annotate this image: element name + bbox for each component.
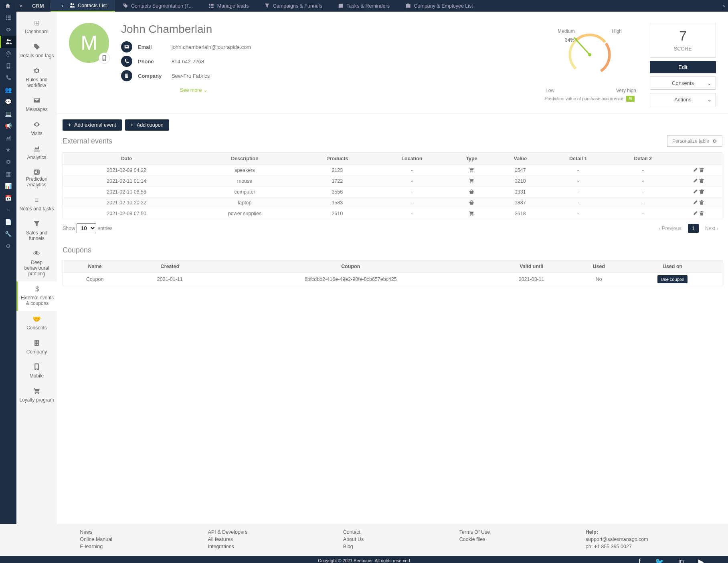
rail-item[interactable] xyxy=(0,24,16,36)
actions-dropdown[interactable]: Actions⌄ xyxy=(650,93,716,106)
col-header: Coupon xyxy=(213,260,488,273)
trash-icon[interactable] xyxy=(699,189,704,194)
footer-link[interactable]: Cookie files xyxy=(459,537,490,542)
consents-dropdown[interactable]: Consents⌄ xyxy=(650,77,716,90)
sidebar-item-details[interactable]: Details and tags xyxy=(16,39,57,63)
footer-link[interactable]: All features xyxy=(208,537,248,542)
sidebar-item-loyalty[interactable]: Loyalty program xyxy=(16,383,57,408)
sidebar-item-dashboard[interactable]: ⊞Dashboard xyxy=(16,15,57,39)
tab-contacts-list[interactable]: ‹ Contacts List xyxy=(51,0,115,12)
sidebar-item-prediction[interactable]: AIPrediction Analytics xyxy=(16,165,57,192)
tab-segmentation[interactable]: Contacts Segmentation (T... xyxy=(115,0,201,12)
rail-item[interactable]: @ xyxy=(0,48,16,60)
sidebar-item-mobile[interactable]: Mobile xyxy=(16,359,57,383)
col-header: Location xyxy=(375,153,449,165)
sidebar-item-analytics[interactable]: Analytics xyxy=(16,141,57,165)
sidebar-item-notes[interactable]: ≡Notes and tasks xyxy=(16,192,57,216)
footer-link[interactable]: Online Manual xyxy=(80,537,112,542)
edit-icon[interactable] xyxy=(693,178,698,184)
edit-icon[interactable] xyxy=(693,167,698,173)
edit-icon[interactable] xyxy=(693,200,698,205)
rail-item[interactable] xyxy=(0,132,16,144)
funnel-icon xyxy=(265,3,270,8)
rail-item[interactable]: 👥 xyxy=(0,84,16,96)
footer-link[interactable]: Blog xyxy=(343,544,364,549)
sidebar-item-rules[interactable]: Rules and workflow xyxy=(16,63,57,93)
rail-item[interactable]: 📢 xyxy=(0,120,16,132)
sidebar-item-label: Details and tags xyxy=(19,53,54,59)
add-coupon-button[interactable]: +Add coupon xyxy=(125,119,169,131)
col-header: Created xyxy=(127,260,213,273)
coupons-heading: Coupons xyxy=(63,246,722,254)
tab-tasks[interactable]: Tasks & Reminders xyxy=(330,0,398,12)
footer-link[interactable]: E-learning xyxy=(80,544,112,549)
scroll-right-icon[interactable]: › xyxy=(720,3,728,9)
expand-icon[interactable]: » xyxy=(16,3,26,9)
col-header: Products xyxy=(299,153,375,165)
footer-link[interactable]: Integrations xyxy=(208,544,248,549)
trash-icon[interactable] xyxy=(699,167,704,173)
tab-label: Manage leads xyxy=(217,3,249,9)
footer-link[interactable]: About Us xyxy=(343,537,364,542)
rail-item[interactable]: ★ xyxy=(0,144,16,156)
rail-item[interactable]: ≡ xyxy=(0,204,16,216)
list-icon xyxy=(209,3,214,8)
back-icon[interactable]: ‹ xyxy=(59,3,67,8)
ai-badge: AI xyxy=(626,96,635,102)
sidebar-item-visits[interactable]: Visits xyxy=(16,117,57,141)
cart-icon xyxy=(469,178,474,184)
linkedin-icon[interactable]: in xyxy=(678,557,684,563)
rail-item[interactable] xyxy=(0,12,16,24)
footer-link[interactable]: News xyxy=(80,529,112,535)
trash-icon[interactable] xyxy=(699,178,704,184)
rail-item[interactable]: 📅 xyxy=(0,192,16,204)
topbar: » CRM ‹ Contacts List Contacts Segmentat… xyxy=(0,0,728,12)
rail-item[interactable]: 💻 xyxy=(0,108,16,120)
footer-link[interactable]: API & Developers xyxy=(208,529,248,535)
sidebar-item-sales[interactable]: Sales and funnels xyxy=(16,216,57,246)
cart-icon xyxy=(469,167,474,173)
twitter-icon[interactable]: 🐦 xyxy=(655,557,664,563)
use-coupon-button[interactable]: Use coupon xyxy=(657,275,688,283)
page-size-select[interactable]: 10 xyxy=(77,223,96,233)
gauge-medium: Medium xyxy=(558,28,575,34)
next-page[interactable]: Next › xyxy=(701,224,722,233)
footer-link[interactable]: Terms Of Use xyxy=(459,529,490,535)
sidebar-item-profiling[interactable]: 👁Deep behavioural profiling xyxy=(16,246,57,281)
rail-item[interactable]: 📄 xyxy=(0,216,16,228)
tab-label: Campaigns & Funnels xyxy=(273,3,322,9)
rail-item[interactable] xyxy=(0,72,16,84)
home-icon[interactable] xyxy=(0,3,16,9)
rail-item[interactable] xyxy=(0,156,16,168)
sidebar: ⊞Dashboard Details and tags Rules and wo… xyxy=(16,12,57,524)
footer-link[interactable]: Contact xyxy=(343,529,364,535)
tab-manage-leads[interactable]: Manage leads xyxy=(201,0,257,12)
trash-icon[interactable] xyxy=(699,200,704,205)
facebook-icon[interactable]: f xyxy=(639,557,641,563)
sidebar-item-company[interactable]: Company xyxy=(16,335,57,359)
help-email[interactable]: support@salesmanago.com xyxy=(586,537,648,542)
rail-item[interactable]: ⚙ xyxy=(0,240,16,252)
edit-icon[interactable] xyxy=(693,189,698,194)
trash-icon[interactable] xyxy=(699,211,704,216)
main-content: M John Chamberlain Email john.chamberlai… xyxy=(57,12,728,524)
rail-item[interactable]: ▦ xyxy=(0,168,16,180)
sidebar-item-consents[interactable]: 🤝Consents xyxy=(16,311,57,335)
personalize-table-button[interactable]: Personalize table xyxy=(667,135,722,147)
sidebar-item-external-events[interactable]: $External events & coupons xyxy=(16,281,57,311)
rail-item[interactable]: 📊 xyxy=(0,180,16,192)
page-1[interactable]: 1 xyxy=(688,224,699,233)
rail-item[interactable]: 💬 xyxy=(0,96,16,108)
edit-icon[interactable] xyxy=(693,211,698,216)
rail-item[interactable] xyxy=(0,36,16,48)
see-more-link[interactable]: See more ⌄ xyxy=(180,87,208,93)
tab-company[interactable]: Company & Employee List xyxy=(398,0,481,12)
add-external-event-button[interactable]: +Add external event xyxy=(63,119,122,131)
edit-button[interactable]: Edit xyxy=(650,61,716,73)
rail-item[interactable]: 🔧 xyxy=(0,228,16,240)
previous-page[interactable]: ‹ Previous xyxy=(655,224,685,233)
sidebar-item-messages[interactable]: Messages xyxy=(16,93,57,117)
youtube-icon[interactable]: ▶ xyxy=(698,557,704,563)
rail-item[interactable] xyxy=(0,60,16,72)
tab-campaigns[interactable]: Campaigns & Funnels xyxy=(257,0,330,12)
